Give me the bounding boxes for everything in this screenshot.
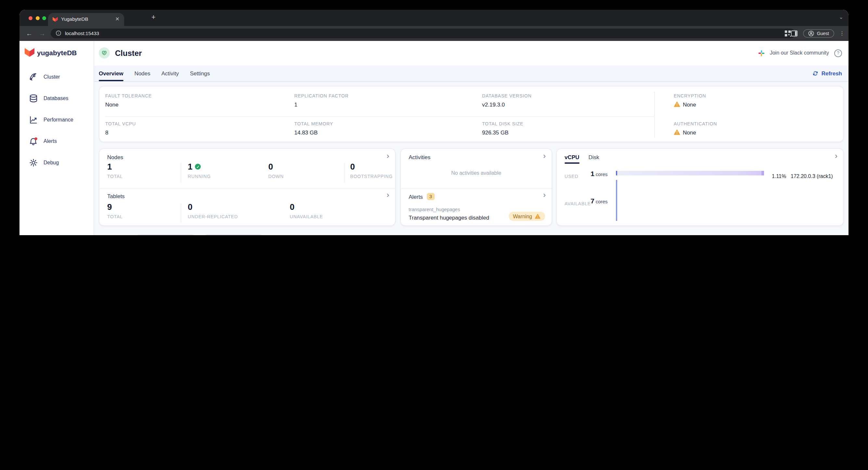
time-range-select[interactable]: Last Hour ⌄ [201,234,266,235]
sidebar-item-debug[interactable]: Debug [20,152,94,173]
app-logo-text: yugabyteDB [37,49,77,56]
slack-community-link[interactable]: Join our Slack community [770,50,829,56]
nodes-total-value: 1 [107,162,123,171]
cpu-available-value: 7 [591,197,594,205]
tablets-panel-title: Tablets [107,193,125,199]
cpu-chevron-icon[interactable]: › [835,152,837,160]
replication-factor-label: REPLICATION FACTOR [294,93,348,98]
close-window-button[interactable] [29,16,32,20]
refresh-icon [812,70,819,76]
browser-tab[interactable]: YugabyteDB ✕ [48,13,124,26]
cpu-available-label: AVAILABLE [565,201,591,206]
alert-name-link[interactable]: transparent_hugepages [409,207,460,212]
cpu-node-address: 172.20.0.3 (rack1) [791,174,833,179]
yugabyted-ui: yugabyteDB Cluster [20,41,848,235]
cpu-used-unit: cores [596,171,608,177]
total-memory-label: TOTAL MEMORY [294,121,333,126]
refresh-label: Refresh [822,70,842,76]
activities-card: Activities › No activities available Ale… [400,148,552,226]
tab-vcpu[interactable]: vCPU [565,152,579,162]
warning-badge-label: Warning [513,213,532,219]
tab-nodes[interactable]: Nodes [134,65,150,81]
region-select[interactable]: datacenter1 (rack1) ⌄ [133,234,197,235]
warning-badge: Warning [508,212,545,221]
maximize-window-button[interactable] [42,16,46,20]
main-area: Cluster Join our Slack community ? Over [94,41,848,235]
nodes-total-label: TOTAL [107,174,123,179]
nodes-card: Nodes › 1 TOTAL 1✓ RUNNING 0 [99,148,396,226]
yugabyte-favicon [53,17,58,22]
sidebar-item-label: Debug [43,159,59,165]
overview-content: FAULT TOLERANCE None REPLICATION FACTOR … [94,82,848,235]
tab-title: YugabyteDB [61,17,112,23]
back-icon[interactable]: ← [26,30,32,37]
fault-tolerance-label: FAULT TOLERANCE [105,93,152,98]
sidebar-item-databases[interactable]: Databases [20,87,94,109]
tablets-chevron-icon[interactable]: › [386,191,389,199]
warning-triangle-icon [535,214,540,219]
side-panel-icon[interactable] [791,30,798,37]
cpu-usage-card: vCPU Disk › USED 1cores 1.11% 172.20.0.3… [556,148,844,226]
nodes-bootstrapping-value: 0 [350,162,393,171]
tablets-total-value: 9 [107,202,123,212]
database-version-value: v2.19.3.0 [482,101,531,107]
cluster-tabs: Overview Nodes Activity Settings Refresh [94,65,848,82]
slack-icon [758,50,765,56]
help-icon[interactable]: ? [834,49,842,57]
cpu-used-value: 1 [591,169,594,177]
cpu-available-unit: cores [596,199,608,205]
sidebar-item-alerts[interactable]: Alerts [20,130,94,152]
profile-button[interactable]: Guest [803,29,834,38]
cluster-health-icon [99,48,110,59]
new-tab-button[interactable]: + [151,13,156,21]
window-controls [29,16,46,20]
rocket-icon [29,72,38,81]
total-vcpu-value: 8 [105,129,136,135]
activities-panel-title: Activities [409,154,430,160]
authentication-value: None [683,129,696,135]
site-info-icon[interactable]: i [56,31,61,36]
tab-activity[interactable]: Activity [161,65,179,81]
sidebar-item-label: Cluster [43,74,60,80]
tab-search-icon[interactable]: ⌄ [839,14,843,20]
total-disk-label: TOTAL DISK SIZE [482,121,523,126]
nodes-running-label: RUNNING [188,174,211,179]
activities-chevron-icon[interactable]: › [543,152,546,160]
tab-settings[interactable]: Settings [190,65,210,81]
total-vcpu-label: TOTAL VCPU [105,121,136,126]
fault-tolerance-value: None [105,101,152,107]
refresh-button[interactable]: Refresh [812,70,842,76]
nodes-chevron-icon[interactable]: › [386,152,389,160]
page-header: Cluster Join our Slack community ? [94,41,848,65]
person-icon [809,31,814,36]
alerts-chevron-icon[interactable]: › [543,191,546,199]
address-bar[interactable]: i localhost:15433 [51,29,795,38]
tablets-total-label: TOTAL [107,214,123,219]
tablets-underreplicated-value: 0 [188,202,238,212]
alerts-panel-title: Alerts [409,193,423,200]
qr-code-icon[interactable] [784,30,791,37]
url-text: localhost:15433 [65,31,99,36]
sidebar-item-cluster[interactable]: Cluster [20,66,94,87]
cpu-used-label: USED [565,174,578,179]
tab-overview[interactable]: Overview [99,65,123,81]
cluster-summary-card: FAULT TOLERANCE None REPLICATION FACTOR … [99,86,844,142]
cpu-axis-line [616,180,617,221]
tab-close-icon[interactable]: ✕ [115,17,120,22]
browser-toolbar: ← → ⟳ i localhost:15433 [20,26,848,41]
warning-triangle-icon [674,129,680,135]
tab-disk[interactable]: Disk [588,152,599,162]
nodes-running-value: 1 [188,162,192,171]
browser-menu-icon[interactable]: ⋮ [839,31,845,36]
running-check-icon: ✓ [195,164,201,169]
total-disk-value: 926.35 GB [482,129,523,135]
browser-window: YugabyteDB ✕ + ⌄ ← → ⟳ i localhost:15433 [20,10,848,235]
forward-icon[interactable]: → [39,30,45,37]
tablets-unavailable-value: 0 [290,202,323,212]
sidebar-item-label: Databases [43,95,68,101]
tablets-underreplicated-label: UNDER-REPLICATED [188,214,238,219]
minimize-window-button[interactable] [35,16,39,20]
nodes-panel-title: Nodes [107,154,123,160]
alert-description: Transparent hugepages disabled [409,214,489,221]
sidebar-item-performance[interactable]: Performance [20,109,94,130]
